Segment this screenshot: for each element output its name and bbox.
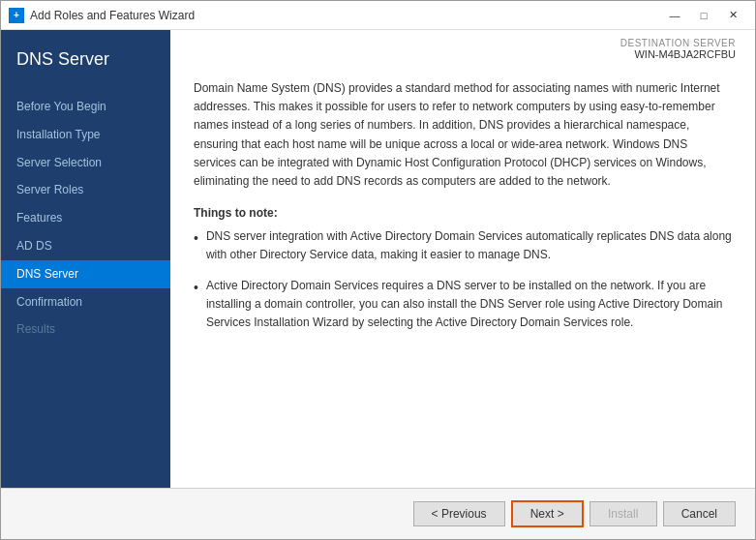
destination-server-info: DESTINATION SERVER WIN-M4BJA2RCFBU bbox=[620, 38, 736, 60]
window-controls: — □ ✕ bbox=[660, 2, 747, 29]
sidebar-item-ad-ds[interactable]: AD DS bbox=[1, 232, 170, 260]
window-title: Add Roles and Features Wizard bbox=[30, 9, 660, 22]
title-bar: + Add Roles and Features Wizard — □ ✕ bbox=[1, 1, 755, 30]
bullet-text-1: DNS server integration with Active Direc… bbox=[206, 227, 732, 264]
wizard-footer: < Previous Next > Install Cancel bbox=[1, 488, 755, 539]
maximize-button[interactable]: □ bbox=[689, 2, 718, 29]
next-button[interactable]: Next > bbox=[511, 500, 584, 527]
sidebar-item-results: Results bbox=[1, 315, 170, 344]
app-icon: + bbox=[9, 8, 24, 23]
main-content: DESTINATION SERVER WIN-M4BJA2RCFBU Domai… bbox=[170, 30, 755, 488]
main-description: Domain Name System (DNS) provides a stan… bbox=[194, 79, 732, 191]
sidebar-item-server-roles[interactable]: Server Roles bbox=[1, 176, 170, 204]
sidebar: DNS Server Before You Begin Installation… bbox=[1, 30, 170, 488]
destination-server-name: WIN-M4BJA2RCFBU bbox=[620, 48, 736, 60]
sidebar-item-dns-server[interactable]: DNS Server bbox=[1, 260, 170, 288]
close-button[interactable]: ✕ bbox=[718, 2, 747, 29]
sidebar-item-installation-type[interactable]: Installation Type bbox=[1, 121, 170, 149]
sidebar-nav: Before You Begin Installation Type Serve… bbox=[1, 85, 170, 488]
sidebar-title: DNS Server bbox=[1, 30, 170, 85]
content-area: Domain Name System (DNS) provides a stan… bbox=[170, 64, 755, 488]
bullet-item-2: • Active Directory Domain Services requi… bbox=[194, 277, 732, 333]
content-header: DESTINATION SERVER WIN-M4BJA2RCFBU bbox=[170, 30, 755, 64]
wizard-body: DNS Server Before You Begin Installation… bbox=[1, 30, 755, 488]
sidebar-item-features[interactable]: Features bbox=[1, 204, 170, 232]
bullet-list: • DNS server integration with Active Dir… bbox=[194, 227, 732, 332]
install-button[interactable]: Install bbox=[590, 501, 657, 526]
wizard-window: + Add Roles and Features Wizard — □ ✕ DN… bbox=[0, 0, 756, 540]
sidebar-item-before-begin[interactable]: Before You Begin bbox=[1, 93, 170, 121]
sidebar-item-confirmation[interactable]: Confirmation bbox=[1, 288, 170, 316]
things-to-note-heading: Things to note: bbox=[194, 206, 732, 220]
minimize-button[interactable]: — bbox=[660, 2, 689, 29]
bullet-item-1: • DNS server integration with Active Dir… bbox=[194, 227, 732, 264]
bullet-text-2: Active Directory Domain Services require… bbox=[206, 277, 732, 333]
sidebar-item-server-selection[interactable]: Server Selection bbox=[1, 149, 170, 177]
destination-server-label: DESTINATION SERVER bbox=[620, 38, 736, 48]
cancel-button[interactable]: Cancel bbox=[663, 501, 736, 526]
previous-button[interactable]: < Previous bbox=[413, 501, 505, 526]
